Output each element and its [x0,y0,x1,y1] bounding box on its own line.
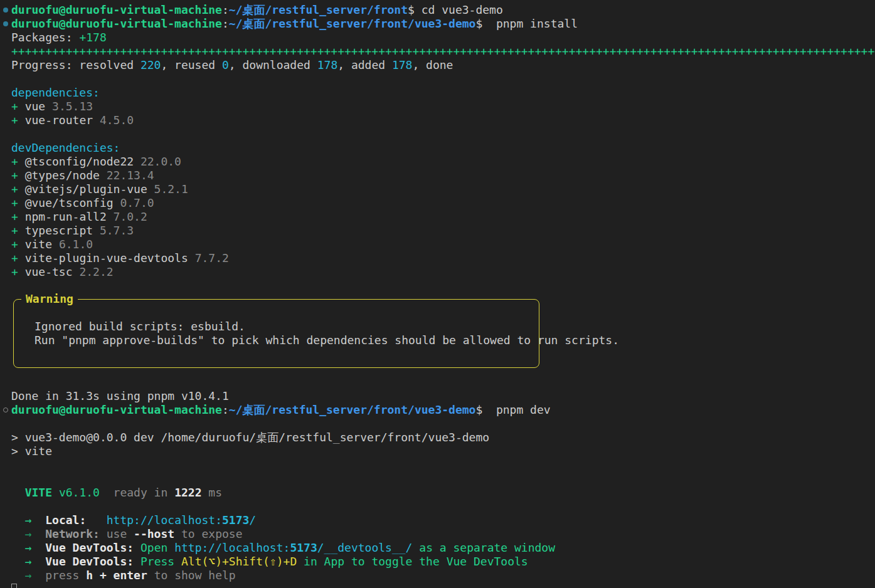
text-segment [32,541,46,554]
text-segment: pnpm install [482,17,578,30]
text-segment: Network: [45,527,100,540]
text-segment [86,513,107,527]
text-segment: Done in 31.3s using pnpm v10.4.1 [11,389,229,402]
text-segment: > vite [11,444,52,458]
devtools-link[interactable]: http://localhost: [174,541,290,554]
text-segment: typescript [25,224,100,237]
text-segment: @tsconfig/node22 [25,155,141,168]
dependency-line: + vite 6.1.0 [11,238,875,251]
text-segment [11,486,25,499]
text-segment: : [222,17,229,30]
text-segment: + [11,238,25,251]
text-segment: to expose [174,527,242,540]
network-line: → Network: use --host to expose [11,527,875,541]
dependency-line: + vue 3.5.13 [11,100,875,113]
text-segment: , added [337,58,392,71]
done-line: Done in 31.3s using pnpm v10.4.1 [11,389,875,403]
text-segment: @vitejs/plugin-vue [25,182,154,196]
text-segment: 0.7.0 [120,196,154,209]
text-segment: vite-plugin-vue-devtools [25,251,195,265]
text-segment: + [11,251,25,265]
devtools-link[interactable]: 5173 [290,541,317,554]
text-segment: ~/桌面/restful_server/front [229,3,408,16]
text-segment: Progress: resolved [11,58,141,71]
devtools-shortcut-line: → Vue DevTools: Press Alt(⌥)+Shift(⇧)+D … [11,555,875,569]
text-segment: dependencies: [11,86,100,99]
dependency-line: + vite-plugin-vue-devtools 7.7.2 [11,251,875,265]
text-segment: press [45,569,86,582]
text-segment: → [25,527,32,540]
text-segment: vue-router [25,113,100,127]
script-line: > vue3-demo@0.0.0 dev /home/duruofu/桌面/r… [11,431,875,444]
text-segment: 22.13.4 [107,169,154,182]
text-segment: ++++++++++++++++++++++++++++++++++++++++… [11,45,875,58]
command-decoration-icon[interactable] [3,407,8,412]
text-segment: 22.0.0 [141,155,181,168]
text-segment: → [25,513,32,527]
terminal: duruofu@duruofu-virtual-machine:~/桌面/res… [0,0,875,588]
text-segment: , done [412,58,453,71]
text-segment: Packages: [11,31,79,44]
dependency-line: + vue-tsc 2.2.2 [11,265,875,279]
progress-summary-line: Progress: resolved 220, reused 0, downlo… [11,58,875,72]
text-segment: duruofu@duruofu-virtual-machine [11,17,222,30]
warning-box: WarningIgnored build scripts: esbuild.Ru… [11,293,875,375]
text-segment: to show help [147,569,236,582]
text-segment: --host [134,527,174,540]
text-segment: ~/桌面/restful_server/front/vue3-demo [229,17,476,30]
text-segment: $ [475,17,482,30]
text-segment: 4.5.0 [100,113,134,127]
text-segment [11,513,25,527]
text-segment: 7.7.2 [195,251,229,265]
text-segment: 5.7.3 [100,224,134,237]
script-line: > vite [11,444,875,458]
text-segment: $ [408,3,415,16]
text-segment: 2.2.2 [79,265,113,278]
text-segment: : [222,3,229,16]
text-segment: 220 [141,58,161,71]
dependency-line: + @tsconfig/node22 22.0.0 [11,155,875,169]
cursor-line [11,582,875,588]
text-segment: > vue3-demo@0.0.0 dev /home/duruofu/桌面/r… [11,431,489,444]
dependency-line: + @vitejs/plugin-vue 5.2.1 [11,182,875,196]
text-segment: + [11,196,25,209]
text-segment: + [11,210,25,223]
text-segment: 7.0.2 [114,210,147,223]
text-segment: + [11,155,25,168]
prompt-line-2: duruofu@duruofu-virtual-machine:~/桌面/res… [11,17,875,31]
text-segment: duruofu@duruofu-virtual-machine [11,403,222,416]
text-segment: as a separate window [412,541,555,554]
devtools-link[interactable]: /__devtools__/ [317,541,413,554]
dependency-line: + npm-run-all2 7.0.2 [11,210,875,224]
dependency-line: + typescript 5.7.3 [11,224,875,238]
localhost-link[interactable]: http://localhost: [107,513,222,527]
text-segment: devDependencies: [11,141,120,154]
command-decoration-icon[interactable] [3,21,8,26]
text-segment: + [11,182,25,196]
text-segment: → [25,555,32,568]
text-segment: ~/桌面/restful_server/front/vue3-demo [229,403,476,416]
devdependencies-header: devDependencies: [11,141,875,155]
text-segment: 1222 [174,486,201,499]
text-segment: ready in [100,486,174,499]
text-segment: @types/node [25,169,107,182]
text-segment: , reused [161,58,222,71]
text-segment: → [25,541,32,554]
text-segment: +178 [79,31,106,44]
terminal-cursor [11,584,17,588]
warning-box-title: Warning [21,292,78,306]
blank-line [11,500,875,513]
text-segment: Alt(⌥)+Shift(⇧)+D [181,555,297,568]
help-line: → press h + enter to show help [11,569,875,582]
text-segment: → [25,569,32,582]
text-segment: + [11,100,25,113]
text-segment: @vue/tsconfig [25,196,120,209]
localhost-link[interactable]: 5173 [222,513,249,527]
text-segment: Open [141,541,174,554]
text-segment [11,555,25,568]
localhost-link[interactable]: / [249,513,256,527]
command-decoration-icon[interactable] [3,8,8,13]
blank-line [11,279,875,293]
text-segment: Press [141,555,181,568]
text-segment: cd vue3-demo [415,3,503,16]
